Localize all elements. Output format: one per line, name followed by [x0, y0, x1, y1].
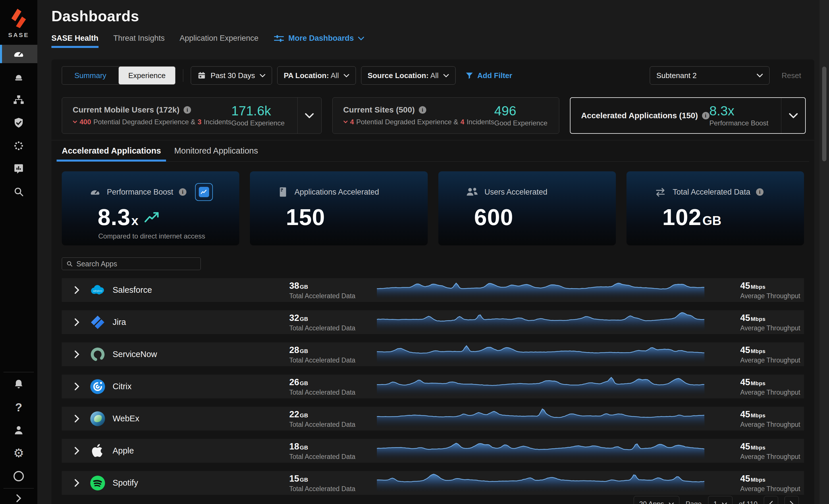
expand-chevron-icon[interactable] — [74, 447, 79, 455]
reset-button[interactable]: Reset — [782, 71, 801, 80]
application-row-apple[interactable]: Apple 18 GB Total Accelerated Data 45 Mb… — [62, 439, 804, 463]
throughput-sparkline — [377, 409, 705, 429]
previous-page-button[interactable] — [764, 496, 778, 504]
data-transfer-icon — [654, 187, 667, 197]
stat-card-users-accelerated: Users Accelerated 600 — [438, 171, 616, 245]
throughput-metric: 45 Mbps Average Throughput — [740, 280, 800, 300]
experience-toggle-button[interactable]: Experience — [119, 67, 175, 84]
expand-chevron-icon[interactable] — [74, 350, 79, 358]
info-icon[interactable]: i — [179, 188, 186, 196]
throughput-sparkline — [377, 376, 705, 397]
source-location-dropdown[interactable]: Source Location: All — [361, 66, 456, 85]
accelerated-data-metric: 28 GB Total Accelerated Data — [289, 345, 355, 364]
alert-chevron-icon — [343, 120, 348, 123]
stat-card-performance-boost: Performance Boost i 8.3 x — [62, 171, 239, 245]
tab-sase-health[interactable]: SASE Health — [51, 34, 99, 48]
application-row-citrix[interactable]: Citrix 26 GB Total Accelerated Data 45 M… — [62, 375, 804, 398]
summary-card-value-label: Good Experience — [494, 119, 547, 127]
info-icon[interactable]: i — [419, 106, 426, 114]
stat-card-subtitle: Compared to direct internet access — [98, 232, 239, 240]
sidebar-item-status[interactable] — [0, 467, 37, 486]
throughput-label: Average Throughput — [740, 292, 800, 300]
data-value: 15 — [289, 473, 299, 483]
scrollbar-track[interactable] — [820, 0, 829, 504]
sidebar-item-reports[interactable] — [0, 160, 37, 178]
page-title: Dashboards — [51, 7, 814, 25]
time-range-value: Past 30 Days — [211, 71, 255, 80]
stat-card-title: Applications Accelerated — [294, 188, 379, 197]
search-apps-box — [62, 258, 201, 270]
summary-card-expand-button[interactable] — [781, 98, 805, 133]
chevron-down-icon — [260, 74, 265, 77]
throughput-label: Average Throughput — [740, 453, 800, 460]
sidebar-item-dashboards[interactable] — [0, 45, 37, 63]
application-row-salesforce[interactable]: salesforce Salesforce 38 GB Total Accele… — [62, 278, 804, 302]
application-name: Apple — [113, 446, 134, 456]
filter-summary-panel: Summary Experience — [51, 66, 814, 140]
application-row-spotify[interactable]: Spotify 15 GB Total Accelerated Data 45 … — [62, 471, 804, 495]
sidebar-item-activity[interactable] — [0, 137, 37, 155]
info-icon[interactable]: i — [756, 188, 763, 196]
expand-chevron-icon[interactable] — [74, 415, 79, 423]
summary-toggle-button[interactable]: Summary — [62, 67, 119, 84]
incident-count: 4 — [461, 118, 464, 126]
application-row-jira[interactable]: Jira 32 GB Total Accelerated Data 45 Mbp… — [62, 310, 804, 334]
add-filter-label: Add Filter — [477, 71, 512, 80]
summary-card-sites[interactable]: Current Sites (500) i 4 Potential Degrad… — [332, 97, 559, 134]
summary-card-mobile-users[interactable]: Current Mobile Users (172k) i 400 Potent… — [62, 97, 322, 134]
sidebar-item-search[interactable] — [0, 183, 37, 201]
time-range-dropdown[interactable]: Past 30 Days — [191, 66, 272, 85]
pa-location-dropdown[interactable]: PA Location: All — [277, 66, 356, 85]
line-chart-icon — [199, 187, 209, 197]
throughput-sparkline — [377, 312, 705, 333]
summary-card-accelerated-apps[interactable]: Accelerated Applications (150) i 8.3x Pe… — [570, 97, 806, 134]
sidebar-item-user[interactable] — [0, 421, 37, 439]
sidebar-item-settings[interactable]: ⚙ — [0, 444, 37, 462]
throughput-metric: 45 Mbps Average Throughput — [740, 345, 800, 364]
throughput-label: Average Throughput — [740, 356, 800, 364]
info-icon[interactable]: i — [702, 112, 710, 119]
data-label: Total Accelerated Data — [289, 324, 355, 332]
throughput-label: Average Throughput — [740, 421, 800, 428]
expand-chevron-icon[interactable] — [74, 479, 79, 487]
data-unit: GB — [299, 380, 308, 386]
brand-logo[interactable]: SASE — [8, 0, 30, 38]
gauge-icon — [89, 186, 101, 198]
next-page-button[interactable] — [785, 496, 799, 504]
scrollbar-thumb[interactable] — [822, 67, 826, 161]
tab-monitored-applications[interactable]: Monitored Applications — [169, 144, 263, 161]
expand-chevron-icon[interactable] — [74, 383, 79, 390]
expand-chevron-icon[interactable] — [74, 286, 79, 294]
sidebar-item-network[interactable] — [0, 91, 37, 109]
data-value: 22 — [289, 409, 299, 419]
page-number-dropdown[interactable]: 1 — [708, 496, 732, 504]
tab-application-experience[interactable]: Application Experience — [180, 34, 258, 48]
application-name: WebEx — [113, 414, 139, 423]
application-logo-icon — [89, 314, 106, 331]
add-filter-button[interactable]: Add Filter — [465, 71, 512, 80]
chevron-down-icon — [344, 74, 349, 77]
more-dashboards-menu[interactable]: More Dashboards — [274, 34, 364, 43]
summary-card-expand-button[interactable] — [297, 98, 321, 133]
collapse-chevron-icon — [16, 494, 21, 502]
filter-divider — [183, 69, 183, 82]
tab-accelerated-applications[interactable]: Accelerated Applications — [57, 144, 166, 161]
view-chart-button[interactable] — [195, 183, 213, 201]
expand-chevron-icon[interactable] — [74, 318, 79, 326]
sidebar-item-security[interactable] — [0, 114, 37, 132]
sidebar-item-notifications[interactable] — [0, 375, 37, 393]
tab-threat-insights[interactable]: Threat Insights — [113, 34, 165, 48]
alerts-siren-icon — [13, 71, 25, 83]
sidebar-item-alerts[interactable] — [0, 68, 37, 86]
application-row-webex[interactable]: WebEx 22 GB Total Accelerated Data 45 Mb… — [62, 407, 804, 430]
data-label: Total Accelerated Data — [289, 421, 355, 428]
application-row-servicenow[interactable]: ServiceNow 28 GB Total Accelerated Data … — [62, 342, 804, 366]
sidebar-item-help[interactable]: ? — [0, 398, 37, 417]
search-apps-input[interactable] — [76, 260, 196, 268]
sidebar-collapse[interactable] — [0, 493, 37, 504]
subtenant-dropdown[interactable]: Subtenant 2 — [650, 66, 769, 85]
info-icon[interactable]: i — [184, 106, 191, 114]
throughput-value: 45 — [740, 313, 750, 323]
page-size-dropdown[interactable]: 20 Apps — [634, 496, 679, 504]
throughput-label: Average Throughput — [740, 324, 800, 332]
